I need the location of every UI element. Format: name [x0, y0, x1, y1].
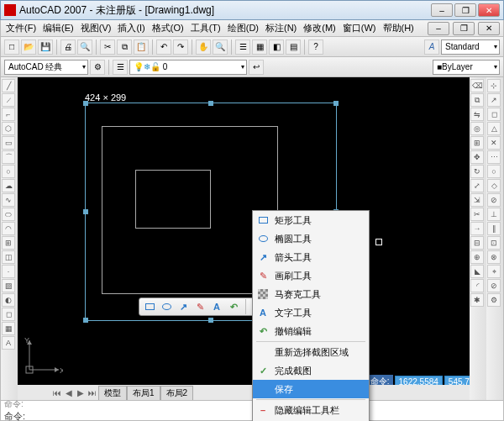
- mirror-icon[interactable]: ⇋: [470, 108, 484, 121]
- pline-icon[interactable]: ⌐: [2, 108, 15, 121]
- menu-tools[interactable]: 工具(T): [189, 22, 223, 34]
- break-icon[interactable]: ⊟: [470, 236, 484, 250]
- gradient-icon[interactable]: ◐: [2, 293, 15, 307]
- float-undo-icon[interactable]: ↶: [227, 300, 240, 313]
- ctx-rect[interactable]: 矩形工具: [253, 211, 369, 229]
- open-icon[interactable]: 📂: [21, 39, 36, 55]
- menu-view[interactable]: 视图(V): [79, 22, 113, 34]
- spline-icon[interactable]: ∿: [2, 193, 15, 207]
- center-icon[interactable]: ○: [487, 165, 501, 178]
- hatch-icon[interactable]: ▨: [2, 279, 15, 292]
- style-combo[interactable]: Standard: [441, 39, 500, 55]
- minimize-button[interactable]: –: [431, 3, 453, 17]
- ctx-text[interactable]: A文字工具: [253, 303, 369, 322]
- ctx-undo[interactable]: ↶撤销编辑: [253, 322, 369, 340]
- ext-icon[interactable]: ⋯: [487, 150, 501, 164]
- pan-icon[interactable]: ✋: [196, 39, 211, 55]
- drawing-canvas[interactable]: 424 × 299 X Y 命令: 1622.5584 545.746: [18, 77, 470, 400]
- copy-obj-icon[interactable]: ⧉: [470, 93, 484, 107]
- workspace-settings-icon[interactable]: ⚙: [90, 60, 105, 75]
- layer-properties-icon[interactable]: ☰: [113, 60, 128, 75]
- ctx-save[interactable]: 保存: [253, 380, 369, 398]
- temp-track-icon[interactable]: ⊹: [487, 79, 501, 92]
- float-brush-icon[interactable]: ✎: [193, 300, 207, 313]
- properties-icon[interactable]: ☰: [235, 39, 250, 55]
- point-icon[interactable]: ·: [2, 265, 15, 278]
- float-text-icon[interactable]: A: [210, 300, 223, 313]
- ctx-arrow[interactable]: ↗箭头工具: [253, 248, 369, 266]
- offset-icon[interactable]: ◎: [470, 122, 484, 135]
- copy-icon[interactable]: ⧉: [117, 39, 132, 55]
- doc-close-button[interactable]: ✕: [478, 22, 500, 35]
- rotate-icon[interactable]: ↻: [470, 165, 484, 178]
- fillet-icon[interactable]: ◜: [470, 279, 484, 292]
- zoom-icon[interactable]: 🔍: [213, 39, 228, 55]
- table-icon[interactable]: ▦: [2, 322, 15, 335]
- tab-prev-icon[interactable]: ◀: [63, 388, 75, 397]
- design-center-icon[interactable]: ▦: [252, 39, 267, 55]
- menu-edit[interactable]: 编辑(E): [41, 22, 76, 34]
- scale-icon[interactable]: ⤢: [470, 179, 484, 192]
- array-icon[interactable]: ⊞: [470, 136, 484, 150]
- parallel-icon[interactable]: ∥: [487, 222, 501, 235]
- sheet-set-icon[interactable]: ▤: [286, 39, 301, 55]
- snap-from-icon[interactable]: ↗: [487, 93, 501, 107]
- handle-w[interactable]: [83, 209, 88, 214]
- revcloud-icon[interactable]: ☁: [2, 179, 15, 192]
- ctx-brush[interactable]: ✎画刷工具: [253, 266, 369, 285]
- region-icon[interactable]: ◻: [2, 308, 15, 321]
- polygon-icon[interactable]: ⬡: [2, 122, 15, 135]
- chamfer-icon[interactable]: ◣: [470, 265, 484, 278]
- circle-icon[interactable]: ○: [2, 165, 15, 178]
- none-icon[interactable]: ⊘: [487, 279, 501, 292]
- tab-layout1[interactable]: 布局1: [127, 386, 160, 400]
- ctx-mosaic[interactable]: 马赛克工具: [253, 285, 369, 303]
- xline-icon[interactable]: ⟋: [2, 93, 15, 107]
- endpoint-icon[interactable]: ◻: [487, 108, 501, 121]
- workspace-combo[interactable]: AutoCAD 经典: [4, 60, 88, 75]
- line-icon[interactable]: ╱: [2, 79, 15, 92]
- perp-icon[interactable]: ⊥: [487, 208, 501, 221]
- float-rect-icon[interactable]: [143, 300, 156, 313]
- menu-window[interactable]: 窗口(W): [341, 22, 378, 34]
- color-combo[interactable]: ■ ByLayer: [433, 60, 500, 75]
- redo-icon[interactable]: ↷: [173, 39, 188, 55]
- tab-next-icon[interactable]: ▶: [75, 388, 87, 397]
- handle-ne[interactable]: [333, 101, 339, 106]
- doc-minimize-button[interactable]: –: [428, 22, 449, 35]
- menu-help[interactable]: 帮助(H): [381, 22, 416, 34]
- move-icon[interactable]: ✥: [470, 150, 484, 164]
- ctx-hide-toolbar[interactable]: –隐藏编辑工具栏: [253, 401, 369, 419]
- ellipse-icon[interactable]: ⬭: [2, 208, 15, 221]
- insert-block-icon[interactable]: ⊞: [2, 236, 15, 250]
- tab-first-icon[interactable]: ⏮: [51, 388, 63, 397]
- menu-modify[interactable]: 修改(M): [302, 22, 338, 34]
- ctx-finish[interactable]: ✓完成截图: [253, 361, 369, 380]
- menu-draw[interactable]: 绘图(D): [226, 22, 260, 34]
- tab-last-icon[interactable]: ⏭: [87, 388, 98, 397]
- menu-dim[interactable]: 标注(N): [264, 22, 298, 34]
- float-ellipse-icon[interactable]: [160, 300, 173, 313]
- maximize-button[interactable]: ❐: [454, 3, 476, 17]
- ctx-ellipse[interactable]: 椭圆工具: [253, 229, 369, 248]
- preview-icon[interactable]: 🔍: [77, 39, 92, 55]
- tab-model[interactable]: 模型: [98, 386, 127, 400]
- float-arrow-icon[interactable]: ↗: [176, 300, 190, 313]
- join-icon[interactable]: ⊕: [470, 250, 484, 264]
- mtext-icon[interactable]: A: [2, 336, 15, 350]
- undo-icon[interactable]: ↶: [156, 39, 171, 55]
- handle-sw[interactable]: [83, 318, 88, 323]
- doc-restore-button[interactable]: ❐: [453, 22, 475, 35]
- cut-icon[interactable]: ✂: [100, 39, 115, 55]
- close-button[interactable]: ✕: [478, 3, 500, 17]
- handle-nw[interactable]: [83, 101, 88, 106]
- make-block-icon[interactable]: ◫: [2, 250, 15, 264]
- paste-icon[interactable]: 📋: [134, 39, 149, 55]
- trim-icon[interactable]: ✂: [470, 208, 484, 221]
- print-icon[interactable]: 🖨: [60, 39, 76, 55]
- erase-icon[interactable]: ⌫: [470, 79, 484, 92]
- insert-icon[interactable]: ⊡: [487, 236, 501, 250]
- new-icon[interactable]: □: [4, 39, 19, 55]
- ctx-reselect[interactable]: 重新选择截图区域: [253, 343, 369, 361]
- tab-layout2[interactable]: 布局2: [160, 386, 194, 400]
